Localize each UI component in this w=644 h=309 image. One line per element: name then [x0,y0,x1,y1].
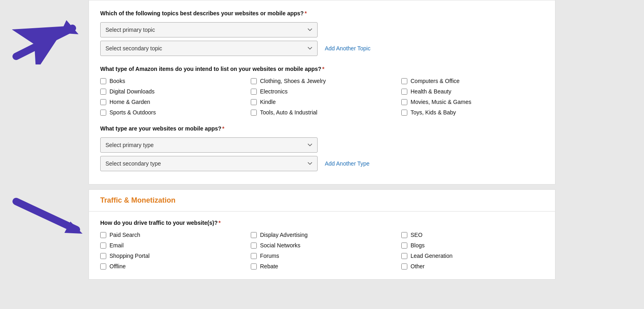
seo-checkbox[interactable] [401,232,407,238]
list-item[interactable]: Health & Beauty [401,88,544,95]
computers-checkbox[interactable] [401,78,407,84]
list-item[interactable]: Shopping Portal [100,253,243,259]
secondary-topic-row: Select secondary topic Add Another Topic [100,41,544,56]
list-item[interactable]: Tools, Auto & Industrial [251,109,393,116]
list-item[interactable]: Sports & Outdoors [100,109,243,116]
email-checkbox[interactable] [100,243,106,249]
add-another-topic-link[interactable]: Add Another Topic [325,45,370,52]
forums-checkbox[interactable] [251,253,257,259]
paid-search-checkbox[interactable] [100,232,106,238]
shopping-portal-checkbox[interactable] [100,253,106,259]
items-checkbox-grid: Books Clothing, Shoes & Jewelry Computer… [100,78,544,116]
arrow-bottom-icon [12,197,85,238]
kindle-checkbox[interactable] [251,99,257,105]
list-item[interactable]: Display Advertising [251,232,393,238]
list-item[interactable]: Other [401,263,544,270]
traffic-section-header: Traffic & Monetization [89,189,555,211]
list-item[interactable]: Toys, Kids & Baby [401,109,544,116]
list-item[interactable]: Home & Garden [100,99,243,105]
other-checkbox[interactable] [401,263,407,270]
clothing-checkbox[interactable] [251,78,257,84]
primary-topic-select[interactable]: Select primary topic Arts & Entertainmen… [100,22,318,37]
topics-question-label: Which of the following topics best descr… [100,10,544,17]
add-another-type-link[interactable]: Add Another Type [325,160,369,167]
list-item[interactable]: Computers & Office [401,78,544,84]
traffic-question-label: How do you drive traffic to your website… [100,220,544,226]
display-advertising-checkbox[interactable] [251,232,257,238]
list-item[interactable]: Paid Search [100,232,243,238]
list-item[interactable]: Blogs [401,242,544,249]
list-item[interactable]: Digital Downloads [100,88,243,95]
primary-topic-row: Select primary topic Arts & Entertainmen… [100,22,544,37]
digital-downloads-checkbox[interactable] [100,89,106,95]
social-networks-checkbox[interactable] [251,243,257,249]
sports-outdoors-checkbox[interactable] [100,110,106,116]
rebate-checkbox[interactable] [251,263,257,270]
list-item[interactable]: Email [100,242,243,249]
list-item[interactable]: Movies, Music & Games [401,99,544,105]
primary-type-select[interactable]: Select primary type Content / Niche Coup… [100,137,318,153]
list-item[interactable]: Forums [251,253,393,259]
list-item[interactable]: Lead Generation [401,253,544,259]
list-item[interactable]: Rebate [251,263,393,270]
electronics-checkbox[interactable] [251,89,257,95]
section-gap [89,185,555,189]
list-item[interactable]: Offline [100,263,243,270]
list-item[interactable]: Kindle [251,99,393,105]
lead-generation-checkbox[interactable] [401,253,407,259]
list-item[interactable]: Books [100,78,243,84]
items-question-label: What type of Amazon items do you intend … [100,66,544,72]
items-question-block: What type of Amazon items do you intend … [100,66,544,116]
secondary-type-row: Select secondary type Add Another Type [100,156,544,171]
svg-line-3 [16,201,76,230]
tools-auto-checkbox[interactable] [251,110,257,116]
offline-checkbox[interactable] [100,263,106,270]
toys-kids-baby-checkbox[interactable] [401,110,407,116]
list-item[interactable]: Social Networks [251,242,393,249]
type-question-label: What type are your websites or mobile ap… [100,125,544,132]
secondary-type-select[interactable]: Select secondary type [100,156,318,171]
home-garden-checkbox[interactable] [100,99,106,105]
traffic-monetization-title: Traffic & Monetization [100,196,175,204]
books-checkbox[interactable] [100,78,106,84]
type-question-block: What type are your websites or mobile ap… [100,125,544,171]
list-item[interactable]: Clothing, Shoes & Jewelry [251,78,393,84]
traffic-checkbox-grid: Paid Search Display Advertising SEO Emai… [100,232,544,270]
arrow-top-icon [12,8,85,64]
topics-items-type-section: Which of the following topics best descr… [89,0,555,185]
traffic-card: How do you drive traffic to your website… [89,211,555,280]
primary-type-row: Select primary type Content / Niche Coup… [100,137,544,153]
blogs-checkbox[interactable] [401,243,407,249]
list-item[interactable]: Electronics [251,88,393,95]
secondary-topic-select[interactable]: Select secondary topic [100,41,318,56]
list-item[interactable]: SEO [401,232,544,238]
health-beauty-checkbox[interactable] [401,89,407,95]
movies-music-games-checkbox[interactable] [401,99,407,105]
topics-question-block: Which of the following topics best descr… [100,10,544,56]
